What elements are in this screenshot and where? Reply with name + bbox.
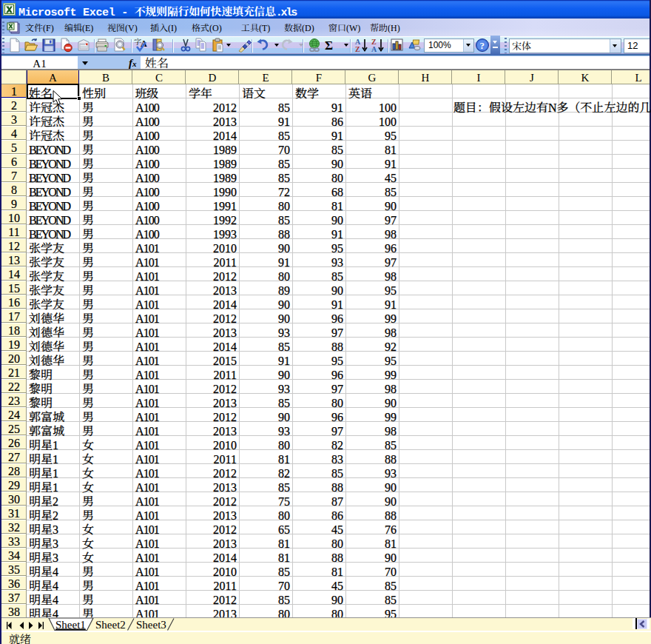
svg-text:Σ: Σ (325, 38, 333, 53)
svg-text:A: A (371, 45, 377, 53)
svg-text:Sheet3: Sheet3 (136, 619, 166, 631)
svg-text:Sheet1: Sheet1 (55, 619, 86, 631)
svg-text:Sheet2: Sheet2 (95, 619, 126, 631)
svg-text:?: ? (480, 40, 485, 51)
svg-text:Z: Z (355, 45, 360, 53)
